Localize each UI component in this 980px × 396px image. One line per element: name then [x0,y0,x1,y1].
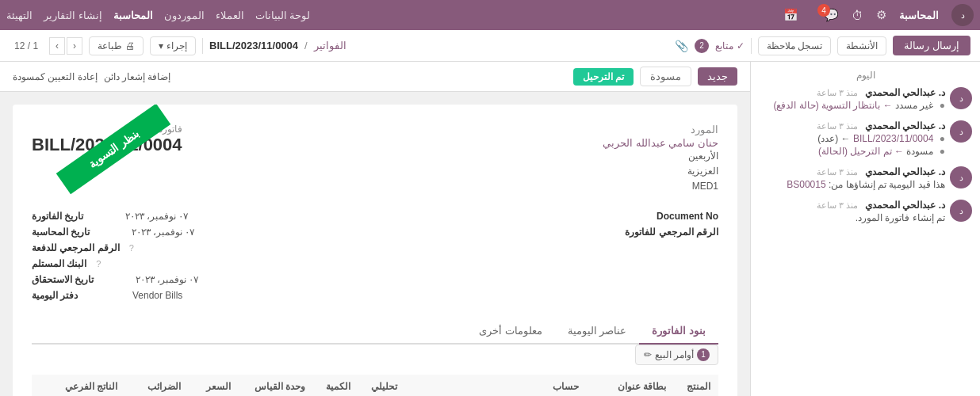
chatter-body-1: د. عبدالحي المحمدي منذ ٣ ساعة ● غير مسدد… [759,87,945,111]
settings-icon-wrap: ⚙ [876,8,886,22]
log-note-button[interactable]: تسجل ملاحظة [758,36,831,55]
chatter-text-2a[interactable]: BILL/2023/11/0004 [853,133,933,144]
chatter-line-4: تم إنشاء فاتورة المورد. [759,212,945,223]
payment-ref-q[interactable]: ? [129,243,134,253]
timer-icon[interactable]: ⏱ [852,9,863,22]
chatter-suffix-2a: ← (عدد) [817,133,850,144]
col-subtotal: الناتج الفرعي [57,375,133,396]
invoice-tabs: بنود الفاتورة عناصر اليومية معلومات أخرى [32,318,718,345]
toolbar-divider-2 [202,38,203,54]
chatter-body-3: د. عبدالحي المحمدي منذ ٣ ساعة هذا قيد ال… [759,166,945,190]
toolbar-divider [751,38,752,54]
nav-item-settings[interactable]: التهيئة [6,10,33,21]
due-date-row: ٠٧ نوفمبر، ٢٠٢٣ تاريخ الاستحقاق [32,274,375,285]
chatter-body-2: د. عبدالحي المحمدي منذ ٣ ساعة ● BILL/202… [759,120,945,157]
vendor-block: المورد حنان سامي عبدالله الحربي الأربعين… [603,124,718,195]
chatter-today-label: اليوم [759,70,972,81]
breadcrumb-invoices[interactable]: الفواتير [314,40,346,51]
follow-count-badge: 2 [695,39,709,53]
toolbar-left: الفواتير / BILL/2023/11/0004 إجراء ▾ 🖨 ط… [10,36,346,55]
action-button[interactable]: إجراء ▾ [150,36,196,55]
paperclip-icon[interactable]: 📎 [675,40,688,52]
col-analytic: تحليلي [358,375,405,396]
nav-item-dashboard[interactable]: لوحة البيانات [255,10,311,21]
vendor-info: المورد حنان سامي عبدالله الحربي الأربعين… [603,124,718,195]
col-price: السعر [189,375,239,396]
status-bar: جديد مسودة تم الترحيل إضافة إشعار دائن إ… [0,62,750,92]
chatter-link-1[interactable]: ← بانتظار التسوية (حالة الدفع) [773,100,892,111]
recipient-bank-q[interactable]: ? [96,259,101,268]
tab-bill-lines[interactable]: بنود الفاتورة [639,318,718,345]
journal-label: دفتر اليومية [32,290,78,301]
orders-badge[interactable]: 1 أوامر البيع ✏ [635,345,718,365]
print-label: طباعة [98,40,122,51]
chatter-message-4: د د. عبدالحي المحمدي منذ ٣ ساعة تم إنشاء… [759,200,972,223]
nav-item-vendors[interactable]: الموردون [164,10,205,21]
col-uom: وحدة القياس [239,375,313,396]
fields-left: Document No الرقم المرجعي للفاتورة [375,211,718,306]
invoice-ref-row: الرقم المرجعي للفاتورة [375,227,718,238]
recipient-bank-row: ? البنك المستلم [32,258,375,269]
col-taxes: الضرائب [133,375,188,396]
doc-no-label: Document No [657,211,718,222]
tab-journal-items[interactable]: عناصر اليومية [555,318,640,345]
chatter-time-1: منذ ٣ ساعة [817,88,858,97]
chatter-avatar-3: د [950,166,972,188]
table-header: المنتج بطاقة عنوان حساب تحليلي الكمية وح… [32,375,718,396]
checkmark-icon: ✓ [737,40,745,51]
chatter-message-2: د د. عبدالحي المحمدي منذ ٣ ساعة ● BILL/2… [759,120,972,157]
fields-right: ٠٧ نوفمبر، ٢٠٢٣ تاريخ الفاتورة ٠٧ نوفمبر… [32,211,375,306]
vendor-name[interactable]: حنان سامي عبدالله الحربي [603,137,718,149]
print-button[interactable]: 🖨 طباعة [89,36,144,55]
action-dropdown-icon: ▾ [159,40,163,51]
chatter-link-2b[interactable]: ← تم الترحيل (الحالة) [818,146,904,157]
chatter-line-3: هذا قيد اليومية تم إنشاؤها من: BS00015 [759,179,945,190]
doc-no-row: Document No [375,211,718,222]
breadcrumb-separator: / [304,40,308,51]
user-avatar[interactable]: د [951,4,974,26]
chatter-panel: اليوم د د. عبدالحي المحمدي منذ ٣ ساعة ● … [750,62,980,396]
bill-date-label: تاريخ الفاتورة [32,211,83,222]
activities-button[interactable]: الأنشطة [837,36,886,55]
bill-date-value: ٠٧ نوفمبر، ٢٠٢٣ [93,211,188,222]
tab-new[interactable]: جديد [698,67,737,86]
timer-icon-wrap: ⏱ [852,9,863,22]
reset-draft-button[interactable]: إعادة التعيين كمسودة [13,71,98,82]
next-record-button[interactable]: › [49,37,65,55]
nav-item-reports[interactable]: إنشاء التقارير [44,10,102,21]
nav-item-accounting[interactable]: المحاسبة [113,10,153,21]
chatter-time-4: منذ ٣ ساعة [817,200,858,210]
chatter-time-3: منذ ٣ ساعة [817,167,858,177]
nav-left: لوحة البيانات العملاء الموردون المحاسبة … [6,10,310,21]
follow-button[interactable]: ✓ متابع [715,40,745,51]
accounting-date-value: ٠٧ نوفمبر، ٢٠٢٣ [99,227,194,238]
chatter-link-3[interactable]: BS00015 [787,179,825,190]
nav-brand[interactable]: المحاسبة [899,10,939,21]
settings-icon[interactable]: ⚙ [876,8,886,22]
tab-draft[interactable]: مسودة [640,67,691,86]
col-adjust [32,375,57,396]
bullet-2a: ● [940,133,945,144]
messages-icon-wrap: 💬 4 [811,8,839,22]
send-message-button[interactable]: إرسال رسالة [893,36,970,55]
messages-badge: 4 [817,4,830,17]
orders-count: 1 [697,348,710,361]
invoice-ref-label: الرقم المرجعي للفاتورة [625,227,718,238]
chatter-avatar-2: د [950,120,972,143]
nav-arrows: ‹ › [49,37,82,55]
col-qty: الكمية [313,375,358,396]
document-toolbar: إرسال رسالة الأنشطة تسجل ملاحظة ✓ متابع … [0,30,980,62]
chatter-avatar-1: د [950,87,972,109]
activities-label: الأنشطة [846,40,878,51]
tab-other-info[interactable]: معلومات أخرى [466,318,555,345]
calendar-icon[interactable]: 📅 [783,8,798,22]
chatter-line-2b: ● مسودة ← تم الترحيل (الحالة) [759,146,945,157]
nav-right: د المحاسبة ⚙ ⏱ 💬 4 📅 [783,4,974,26]
status-actions: إضافة إشعار دائن إعادة التعيين كمسودة [13,71,170,82]
prev-record-button[interactable]: ‹ [67,37,82,55]
add-credit-note-button[interactable]: إضافة إشعار دائن [104,71,171,82]
chatter-message-3: د د. عبدالحي المحمدي منذ ٣ ساعة هذا قيد … [759,166,972,190]
nav-item-customers[interactable]: العملاء [216,10,244,21]
chatter-name-3: د. عبدالحي المحمدي [865,166,945,177]
accounting-date-row: ٠٧ نوفمبر، ٢٠٢٣ تاريخ المحاسبة [32,227,375,238]
